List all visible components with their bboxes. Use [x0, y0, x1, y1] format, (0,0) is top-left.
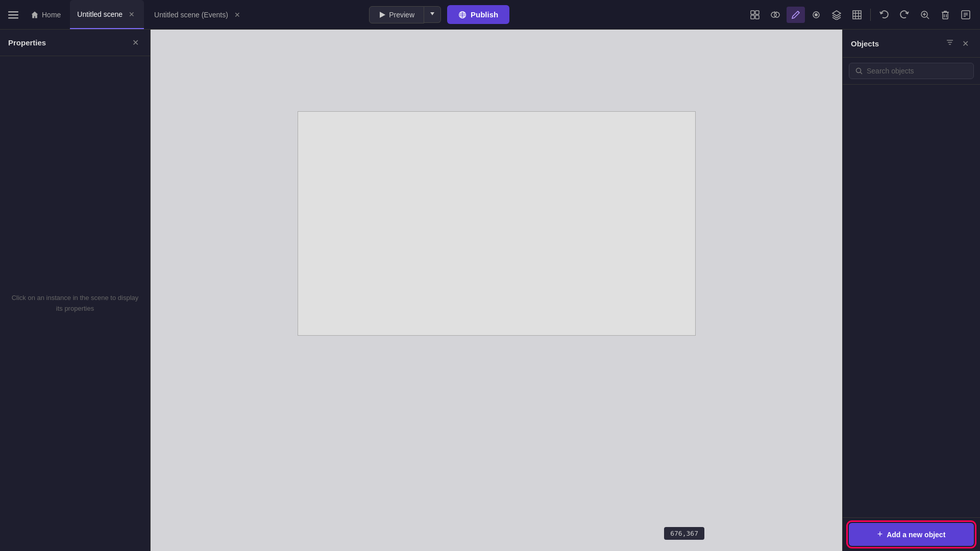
edit-icon	[791, 10, 801, 20]
history-icon	[961, 10, 971, 20]
top-bar: Home Untitled scene ✕ Untitled scene (Ev…	[0, 0, 980, 30]
svg-rect-29	[943, 12, 948, 19]
trash-icon	[940, 10, 950, 20]
hamburger-icon	[8, 10, 18, 20]
preview-button[interactable]: Preview	[369, 6, 424, 23]
search-bar	[843, 58, 980, 85]
menu-button[interactable]	[5, 7, 21, 23]
properties-title: Properties	[8, 38, 46, 47]
preview-dropdown-button[interactable]	[424, 6, 441, 23]
layers-tool-button[interactable]	[827, 7, 846, 23]
objects-list	[843, 85, 980, 517]
coords-display: 676,367	[664, 527, 704, 540]
events-tab[interactable]: Untitled scene (Events) ✕	[147, 0, 250, 29]
home-tab-label: Home	[42, 11, 61, 19]
svg-point-17	[815, 13, 818, 16]
zoom-button[interactable]	[916, 7, 934, 23]
svg-rect-13	[755, 15, 759, 19]
pointer-tool-button[interactable]	[807, 7, 825, 23]
properties-empty-state: Click on an instance in the scene to dis…	[0, 56, 150, 551]
svg-rect-12	[751, 15, 754, 19]
redo-icon	[899, 10, 910, 20]
globe-icon	[458, 11, 467, 19]
redo-button[interactable]	[895, 7, 914, 23]
events-tab-label: Untitled scene (Events)	[154, 11, 228, 19]
undo-button[interactable]	[875, 7, 893, 23]
undo-icon	[879, 10, 889, 20]
add-icon: +	[877, 529, 883, 540]
preview-label: Preview	[389, 11, 414, 19]
untitled-scene-tab[interactable]: Untitled scene ✕	[70, 0, 144, 29]
svg-point-15	[774, 12, 779, 17]
toolbar-divider	[870, 9, 871, 21]
objects-tool-button[interactable]	[746, 7, 764, 23]
objects-filter-button[interactable]	[943, 37, 957, 50]
objects-panel: Objects ✕	[842, 30, 980, 551]
history-button[interactable]	[957, 7, 975, 23]
svg-rect-1	[8, 14, 18, 16]
home-tab[interactable]: Home	[24, 0, 67, 29]
zoom-icon	[920, 10, 930, 20]
properties-panel: Properties ✕ Click on an instance in the…	[0, 30, 151, 551]
svg-marker-4	[430, 12, 434, 15]
add-object-label: Add a new object	[887, 531, 945, 539]
add-object-button[interactable]: + Add a new object	[849, 523, 974, 546]
center-controls: Preview Publish	[369, 5, 509, 24]
svg-rect-10	[751, 11, 754, 14]
layers-icon	[831, 10, 842, 20]
grid-tool-button[interactable]	[848, 7, 866, 23]
chevron-down-icon	[429, 11, 435, 17]
properties-close-button[interactable]: ✕	[129, 37, 142, 48]
svg-line-16	[798, 11, 799, 13]
pointer-icon	[811, 10, 821, 20]
edit-tool-button[interactable]	[787, 7, 805, 23]
delete-button[interactable]	[936, 7, 954, 23]
scene-tab-close[interactable]: ✕	[127, 10, 137, 19]
properties-header: Properties ✕	[0, 30, 150, 56]
properties-empty-text: Click on an instance in the scene to dis…	[10, 293, 140, 314]
events-tab-close[interactable]: ✕	[232, 10, 242, 19]
filter-icon	[946, 38, 954, 46]
grid-icon	[852, 10, 862, 20]
add-object-area: + Add a new object	[843, 517, 980, 551]
svg-marker-3	[380, 12, 385, 18]
scene-tab-label: Untitled scene	[77, 10, 122, 18]
objects-header: Objects ✕	[843, 30, 980, 58]
search-input-wrap	[849, 63, 974, 79]
instances-tool-button[interactable]	[766, 7, 785, 23]
scene-canvas[interactable]	[298, 111, 696, 336]
svg-rect-24	[853, 11, 861, 19]
main-content: Properties ✕ Click on an instance in the…	[0, 30, 980, 551]
canvas-area[interactable]: 676,367	[151, 30, 842, 551]
objects-close-button[interactable]: ✕	[959, 37, 972, 50]
instances-icon	[770, 10, 780, 20]
objects-actions: ✕	[943, 37, 972, 50]
svg-rect-11	[755, 11, 759, 14]
svg-point-39	[856, 68, 861, 73]
svg-line-40	[861, 72, 863, 74]
objects-icon	[750, 10, 760, 20]
home-icon	[31, 11, 39, 19]
svg-rect-0	[8, 11, 18, 13]
search-objects-input[interactable]	[867, 67, 967, 75]
publish-label: Publish	[471, 10, 498, 19]
svg-marker-19	[832, 11, 841, 16]
search-icon	[855, 67, 863, 74]
svg-rect-2	[8, 17, 18, 19]
right-toolbar	[746, 7, 975, 23]
play-icon	[379, 11, 386, 18]
objects-title: Objects	[851, 39, 879, 48]
svg-line-26	[927, 17, 929, 19]
publish-button[interactable]: Publish	[447, 5, 509, 24]
